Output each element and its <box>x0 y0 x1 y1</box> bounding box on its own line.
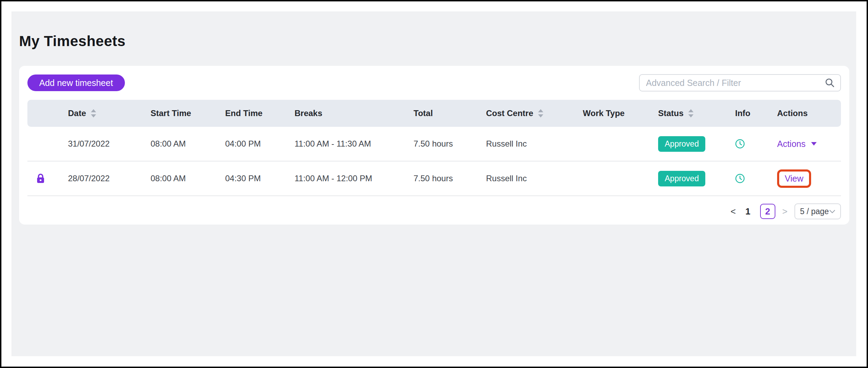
cell-start_time: 08:00 AM <box>151 174 225 183</box>
page-size-select[interactable]: 5 / page <box>794 203 841 219</box>
status-badge: Approved <box>658 136 705 152</box>
pagination-page-1[interactable]: 1 <box>743 207 753 216</box>
advanced-search <box>639 74 841 91</box>
timesheets-card: Add new timesheet DateStart TimeEnd Time… <box>19 66 849 225</box>
column-header-label: Total <box>414 108 433 118</box>
column-header-start_time: Start Time <box>151 108 225 118</box>
column-header-work_type: Work Type <box>583 108 658 118</box>
search-icon[interactable] <box>824 77 835 88</box>
table-body: 31/07/202208:00 AM04:00 PM11:00 AM - 11:… <box>27 127 841 196</box>
info-clock-icon[interactable] <box>735 174 745 183</box>
status-badge: Approved <box>658 171 705 186</box>
cell-end_time: 04:30 PM <box>225 174 295 183</box>
table-row: 28/07/202208:00 AM04:30 PM11:00 AM - 12:… <box>27 161 841 196</box>
column-header-cost_centre[interactable]: Cost Centre <box>486 108 583 119</box>
table-header-row: DateStart TimeEnd TimeBreaksTotalCost Ce… <box>27 100 841 127</box>
column-header-status[interactable]: Status <box>658 108 735 119</box>
column-header-end_time: End Time <box>225 108 295 118</box>
sort-icon <box>688 108 694 119</box>
cell-info <box>735 174 777 183</box>
cell-total: 7.50 hours <box>414 139 486 149</box>
cell-actions: View <box>777 169 841 188</box>
cell-cost_centre: Russell Inc <box>486 174 583 183</box>
action-label: View <box>785 174 803 184</box>
sort-icon <box>537 108 544 119</box>
cell-date: 31/07/2022 <box>68 139 151 149</box>
column-header-label: Info <box>735 108 750 118</box>
cell-breaks: 11:00 AM - 12:00 PM <box>295 174 414 183</box>
page-size-value: 5 / page <box>800 207 829 216</box>
cell-breaks: 11:00 AM - 11:30 AM <box>295 139 414 149</box>
cell-status: Approved <box>658 136 735 152</box>
search-input[interactable] <box>639 74 841 91</box>
pagination-prev-button[interactable]: < <box>731 207 736 216</box>
column-header-actions: Actions <box>777 108 841 118</box>
sort-icon <box>90 108 97 119</box>
pagination-next-button[interactable]: > <box>782 207 788 216</box>
column-header-label: Actions <box>777 108 808 118</box>
view-link[interactable]: View <box>777 169 811 188</box>
cell-lock <box>27 173 68 184</box>
column-header-label: End Time <box>225 108 263 118</box>
column-header-label: Work Type <box>583 108 624 118</box>
cell-actions: Actions <box>777 139 841 149</box>
caret-down-icon <box>810 141 817 146</box>
pagination-page-2[interactable]: 2 <box>760 204 775 219</box>
cell-date: 28/07/2022 <box>68 174 151 183</box>
screenshot-frame: My Timesheets Add new timesheet DateStar… <box>0 0 868 368</box>
pagination: < 1 2 > 5 / page <box>27 203 841 219</box>
lock-icon <box>36 173 45 184</box>
column-header-total: Total <box>414 108 486 118</box>
column-header-label: Breaks <box>295 108 322 118</box>
table-row: 31/07/202208:00 AM04:00 PM11:00 AM - 11:… <box>27 127 841 161</box>
action-label: Actions <box>777 139 806 149</box>
cell-status: Approved <box>658 171 735 186</box>
card-toolbar: Add new timesheet <box>27 74 841 91</box>
cell-total: 7.50 hours <box>414 174 486 183</box>
column-header-info: Info <box>735 108 777 118</box>
info-clock-icon[interactable] <box>735 139 745 149</box>
column-header-label: Cost Centre <box>486 108 533 118</box>
actions-dropdown-link[interactable]: Actions <box>777 139 817 149</box>
cell-start_time: 08:00 AM <box>151 139 225 149</box>
column-header-label: Date <box>68 108 86 118</box>
column-header-date[interactable]: Date <box>68 108 151 119</box>
add-new-timesheet-button[interactable]: Add new timesheet <box>27 75 125 91</box>
column-header-label: Start Time <box>151 108 191 118</box>
page-background: My Timesheets Add new timesheet DateStar… <box>11 11 856 356</box>
page-title: My Timesheets <box>19 32 126 50</box>
column-header-breaks: Breaks <box>295 108 414 118</box>
chevron-down-icon <box>829 210 835 213</box>
cell-end_time: 04:00 PM <box>225 139 295 149</box>
cell-cost_centre: Russell Inc <box>486 139 583 149</box>
column-header-label: Status <box>658 108 683 118</box>
cell-info <box>735 139 777 149</box>
